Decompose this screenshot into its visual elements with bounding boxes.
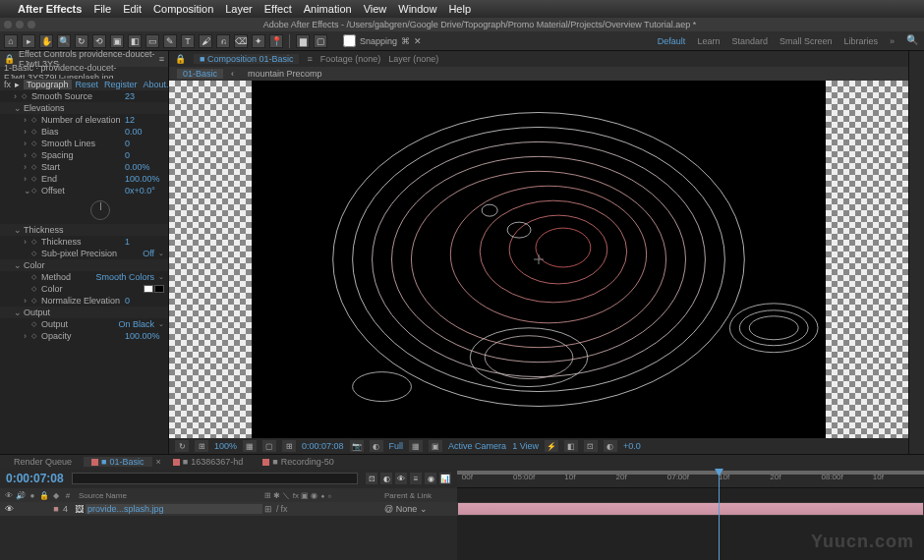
col-solo-icon[interactable]: ● — [28, 491, 37, 500]
prop-color[interactable]: ◇Color — [0, 283, 168, 295]
group-elevations[interactable]: ⌄Elevations — [0, 102, 168, 114]
fast-preview-icon[interactable]: ⚡ — [545, 440, 558, 452]
graph-editor-icon[interactable]: 📊 — [439, 473, 451, 484]
prop-opacity[interactable]: ›◇Opacity100.00% — [0, 330, 168, 342]
pen-tool-icon[interactable]: ✎ — [163, 34, 177, 48]
asset1-tab[interactable]: ■ 16386367-hd — [165, 457, 252, 467]
composition-menu[interactable]: Composition — [153, 3, 213, 15]
col-audio-icon[interactable]: 🔊 — [16, 491, 26, 500]
offset-dial[interactable] — [90, 200, 110, 220]
timeline-layer-row[interactable]: 👁 ■ 4 🖼 provide...splash.jpg ⊞/fx @ None… — [0, 502, 457, 516]
exposure-value[interactable]: +0.0 — [623, 441, 641, 451]
group-color[interactable]: ⌄Color — [0, 259, 168, 271]
motion-blur-icon[interactable]: ◉ — [425, 473, 436, 484]
prop-bias[interactable]: ›◇Bias0.00 — [0, 126, 168, 138]
view-menu[interactable]: View — [364, 3, 387, 15]
col-lock-icon[interactable]: 🔒 — [39, 491, 49, 500]
timeline-search[interactable] — [72, 473, 358, 484]
hide-shy-icon[interactable]: 👁 — [395, 473, 407, 484]
workspace-default[interactable]: Default — [658, 36, 686, 46]
selection-tool-icon[interactable]: ▸ — [22, 34, 35, 48]
roto-tool-icon[interactable]: ✦ — [252, 34, 265, 48]
eraser-tool-icon[interactable]: ⌫ — [234, 34, 248, 48]
timeline-icon[interactable]: ◧ — [564, 440, 578, 452]
magnification-icon[interactable]: ⊞ — [195, 440, 208, 452]
prop-normalize[interactable]: ›◇Normalize Elevation0 — [0, 295, 168, 307]
reset-link[interactable]: Reset — [76, 80, 99, 89]
views-dropdown[interactable]: 1 View — [512, 441, 539, 451]
snapping-option2-icon[interactable]: ✕ — [414, 36, 422, 46]
layer-menu[interactable]: Layer — [225, 3, 253, 15]
workspace-standard[interactable]: Standard — [731, 36, 768, 46]
preview-canvas[interactable] — [169, 81, 908, 438]
footage-tab[interactable]: Footage (none) — [320, 54, 381, 64]
collapsed-panels[interactable] — [908, 51, 924, 454]
fill-swatch-icon[interactable]: ▆ — [296, 34, 310, 48]
orbit-tool-icon[interactable]: ↻ — [75, 34, 88, 48]
resolution-icon[interactable]: ▦ — [243, 440, 257, 452]
parent-pickwhip-icon[interactable]: @ — [384, 504, 393, 514]
camera-dropdown[interactable]: Active Camera — [448, 441, 506, 451]
col-label-icon[interactable]: ◆ — [51, 491, 61, 500]
comp-mini-flowchart-icon[interactable]: ⊡ — [366, 473, 377, 484]
clone-tool-icon[interactable]: ⎌ — [216, 34, 230, 48]
workspace-libraries[interactable]: Libraries — [843, 36, 878, 46]
col-visibility-icon[interactable]: 👁 — [4, 491, 14, 500]
3d-view-icon[interactable]: ▣ — [429, 440, 442, 452]
prop-smooth-lines[interactable]: ›◇Smooth Lines0 — [0, 138, 168, 149]
shape-tool-icon[interactable]: ▭ — [145, 34, 159, 48]
camera-tool-icon[interactable]: ▣ — [110, 34, 124, 48]
frame-blend-icon[interactable]: ≡ — [410, 473, 422, 484]
resolution-dropdown[interactable]: Full — [389, 441, 404, 451]
close-tab-icon[interactable]: × — [156, 457, 161, 467]
prop-spacing[interactable]: ›◇Spacing0 — [0, 149, 168, 161]
prop-start[interactable]: ›◇Start0.00% — [0, 161, 168, 173]
edit-menu[interactable]: Edit — [123, 3, 142, 15]
type-tool-icon[interactable]: T — [181, 34, 195, 48]
workspace-overflow-icon[interactable]: » — [890, 36, 895, 46]
playhead[interactable] — [719, 469, 720, 560]
snapping-checkbox[interactable] — [343, 34, 356, 47]
prop-thickness[interactable]: ›◇Thickness1 — [0, 236, 168, 248]
prop-offset[interactable]: ⌄◇Offset0x+0.0° — [0, 185, 168, 196]
workspace-small-screen[interactable]: Small Screen — [780, 36, 833, 46]
draft-3d-icon[interactable]: ◐ — [380, 473, 392, 484]
puppet-tool-icon[interactable]: 📍 — [269, 34, 283, 48]
app-menu[interactable]: After Effects — [18, 3, 82, 15]
roi-icon[interactable]: ▢ — [262, 440, 276, 452]
prop-end[interactable]: ›◇End100.00% — [0, 173, 168, 185]
home-icon[interactable]: ⌂ — [4, 34, 18, 48]
layer-duration-bar[interactable] — [457, 502, 924, 516]
group-thickness[interactable]: ⌄Thickness — [0, 224, 168, 236]
render-queue-tab[interactable]: Render Queue — [6, 457, 80, 467]
layer-name[interactable]: provide...splash.jpg — [86, 504, 262, 514]
group-output[interactable]: ⌄Output — [0, 307, 168, 318]
help-menu[interactable]: Help — [448, 3, 471, 15]
channel-icon[interactable]: ◐ — [370, 440, 383, 452]
col-source-name[interactable]: Source Name — [75, 491, 262, 500]
grid-icon[interactable]: ⊞ — [282, 440, 296, 452]
rotate-tool-icon[interactable]: ⟲ — [92, 34, 106, 48]
effect-twirl-icon[interactable]: ▸ — [15, 80, 20, 89]
zoom-tool-icon[interactable]: 🔍 — [57, 34, 71, 48]
window-menu[interactable]: Window — [398, 3, 436, 15]
lock-icon[interactable]: 🔒 — [175, 54, 186, 64]
transparency-grid-icon[interactable]: ▦ — [409, 440, 423, 452]
snapshot-icon[interactable]: 📷 — [350, 440, 364, 452]
parent-dropdown[interactable]: None — [396, 504, 418, 514]
reset-exposure-icon[interactable]: ◐ — [604, 440, 617, 452]
crumb-mountain[interactable]: mountain Precomp — [242, 69, 328, 79]
hand-tool-icon[interactable]: ✋ — [39, 34, 53, 48]
effect-header[interactable]: fx ▸ Topograph Reset Register About... — [0, 79, 168, 90]
comp-flowchart-icon[interactable]: ⊡ — [584, 440, 598, 452]
snapping-option-icon[interactable]: ⌘ — [401, 36, 410, 46]
prop-output[interactable]: ◇OutputOn Black⌄ — [0, 318, 168, 330]
current-time[interactable]: 0:00:07:08 — [6, 472, 64, 485]
composition-tab[interactable]: ■ Composition 01-Basic — [194, 54, 299, 64]
prop-method[interactable]: ◇MethodSmooth Colors⌄ — [0, 271, 168, 283]
pan-behind-tool-icon[interactable]: ◧ — [128, 34, 142, 48]
crumb-01-basic[interactable]: 01-Basic — [177, 69, 223, 79]
time-display[interactable]: 0:00:07:08 — [302, 441, 344, 451]
asset2-tab[interactable]: ■ Recording-50 — [255, 457, 341, 467]
layer-visibility-toggle[interactable]: 👁 — [4, 504, 14, 514]
